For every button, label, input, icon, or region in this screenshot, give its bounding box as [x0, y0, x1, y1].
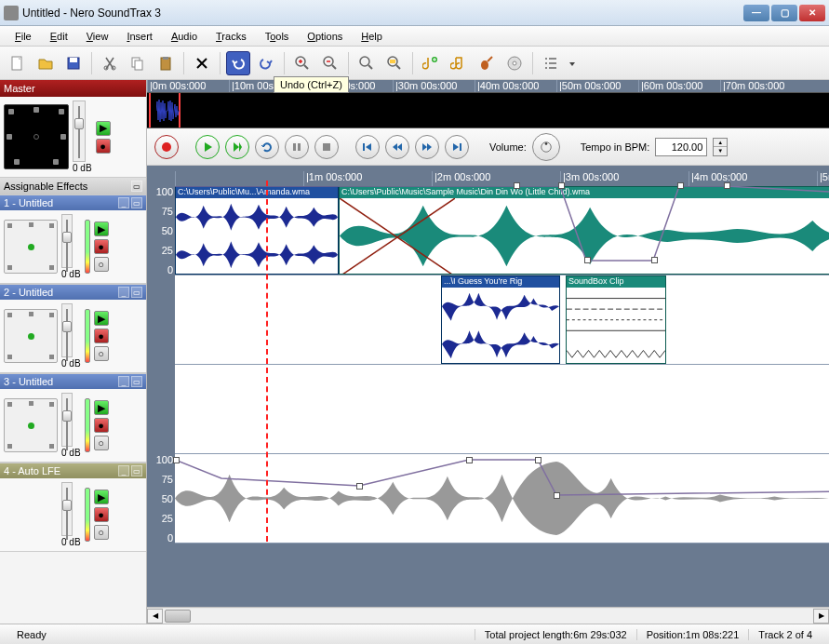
track-mute-button[interactable]: ●: [94, 507, 109, 522]
track-close-button[interactable]: ▭: [131, 465, 142, 476]
music-button[interactable]: [447, 51, 471, 75]
scroll-right-button[interactable]: ▶: [813, 609, 829, 624]
env-point[interactable]: [514, 182, 520, 189]
to-end-button[interactable]: [445, 135, 469, 159]
menu-audio[interactable]: Audio: [164, 29, 205, 44]
env-point[interactable]: [651, 257, 658, 263]
track-fader[interactable]: [61, 303, 73, 357]
playhead[interactable]: [266, 181, 268, 542]
env-point[interactable]: [724, 182, 730, 189]
track-surround[interactable]: [4, 220, 58, 274]
overview[interactable]: [147, 93, 829, 128]
menu-tracks[interactable]: Tracks: [208, 29, 254, 44]
env-point[interactable]: [466, 457, 473, 463]
track-solo-button[interactable]: ○: [94, 257, 109, 272]
track-lane-2[interactable]: ...\I Guess You're Rig SoundBox Clip: [175, 275, 829, 365]
minimize-button[interactable]: —: [743, 5, 769, 21]
overview-selection[interactable]: [149, 93, 181, 127]
menu-options[interactable]: Options: [300, 29, 350, 44]
clip-amanda[interactable]: C:\Users\Public\Mu...\Amanda.wma: [175, 186, 339, 275]
track-fader[interactable]: [61, 214, 73, 268]
track-lane-3[interactable]: [175, 365, 829, 454]
menu-tools[interactable]: Tools: [258, 29, 297, 44]
track-min-button[interactable]: _: [118, 287, 129, 298]
master-rec-button[interactable]: ●: [96, 139, 111, 154]
overview-ruler[interactable]: |0m 00s:000|10m 00s:000|20m 00s:000|30m …: [147, 80, 829, 93]
menu-file[interactable]: File: [7, 29, 39, 44]
env-point[interactable]: [558, 182, 565, 189]
tempo-spinner[interactable]: ▲▼: [713, 138, 728, 156]
clip-iguess[interactable]: ...\I Guess You're Rig: [441, 275, 560, 364]
track-close-button[interactable]: ▭: [131, 197, 142, 208]
track-strip-header[interactable]: 4 - Auto LFE_▭: [0, 463, 146, 478]
env-point[interactable]: [554, 492, 560, 499]
paste-button[interactable]: [154, 51, 178, 75]
cut-button[interactable]: [98, 51, 122, 75]
track-fader[interactable]: [61, 393, 73, 447]
env-point[interactable]: [677, 182, 684, 189]
to-start-button[interactable]: [355, 135, 380, 159]
zoom-button[interactable]: [354, 51, 379, 75]
volume-knob[interactable]: [532, 133, 560, 161]
menu-view[interactable]: View: [79, 29, 116, 44]
scroll-thumb[interactable]: [165, 610, 191, 623]
track-close-button[interactable]: ▭: [131, 376, 142, 387]
play-loop-button[interactable]: [225, 135, 249, 159]
undo-button[interactable]: [226, 51, 250, 75]
list-dropdown-button[interactable]: [567, 51, 578, 75]
horizontal-scrollbar[interactable]: ◀ ▶: [147, 607, 829, 624]
guitar-button[interactable]: [475, 51, 499, 75]
env-point[interactable]: [584, 257, 591, 263]
menu-edit[interactable]: Edit: [43, 29, 75, 44]
track-ruler[interactable]: |1m 00s:000|2m 00s:000|3m 00s:000|4m 00s…: [175, 171, 829, 186]
track-min-button[interactable]: _: [118, 376, 129, 387]
redo-button[interactable]: [254, 51, 278, 75]
forward-button[interactable]: [415, 135, 439, 159]
track-play-button[interactable]: ▶: [94, 490, 109, 504]
env-point[interactable]: [173, 457, 180, 463]
track-surround[interactable]: [4, 309, 58, 363]
track-lane-4[interactable]: [175, 454, 829, 543]
play-button[interactable]: [195, 135, 220, 159]
close-button[interactable]: ✕: [799, 5, 825, 21]
track-surround[interactable]: [4, 398, 58, 452]
track-min-button[interactable]: _: [118, 197, 129, 208]
track-strip-header[interactable]: 3 - Untitled_▭: [0, 374, 146, 389]
rewind-button[interactable]: [385, 135, 409, 159]
new-button[interactable]: [6, 51, 30, 75]
track-strip-header[interactable]: 2 - Untitled_▭: [0, 285, 146, 300]
save-button[interactable]: [61, 51, 86, 75]
loop-button[interactable]: [255, 135, 279, 159]
add-track-button[interactable]: [419, 51, 443, 75]
track-mute-button[interactable]: ●: [94, 418, 109, 433]
master-surround[interactable]: [4, 104, 69, 169]
master-fader[interactable]: [73, 101, 86, 162]
track-mute-button[interactable]: ●: [94, 239, 109, 254]
track-close-button[interactable]: ▭: [131, 287, 142, 298]
list-button[interactable]: [539, 51, 563, 75]
fx-collapse-button[interactable]: ▭: [131, 181, 142, 192]
open-button[interactable]: [33, 51, 58, 75]
menu-insert[interactable]: Insert: [119, 29, 160, 44]
env-point[interactable]: [535, 457, 542, 463]
track-strip-header[interactable]: 1 - Untitled_▭: [0, 195, 146, 210]
record-button[interactable]: [154, 135, 179, 159]
track-play-button[interactable]: ▶: [94, 311, 109, 326]
track-solo-button[interactable]: ○: [94, 436, 109, 450]
cd-button[interactable]: [502, 51, 527, 75]
zoom-in-button[interactable]: [290, 51, 314, 75]
tempo-input[interactable]: [655, 138, 707, 156]
env-point[interactable]: [356, 483, 363, 490]
maximize-button[interactable]: ▢: [771, 5, 797, 21]
stop-button[interactable]: [314, 135, 339, 159]
track-mute-button[interactable]: ●: [94, 329, 109, 343]
track-lane-1[interactable]: C:\Users\Public\Mu...\Amanda.wma C:\User…: [175, 186, 829, 275]
track-play-button[interactable]: ▶: [94, 221, 109, 236]
zoom-out-button[interactable]: [318, 51, 342, 75]
menu-help[interactable]: Help: [354, 29, 390, 44]
track-solo-button[interactable]: ○: [94, 525, 109, 540]
zoom-selection-button[interactable]: [382, 51, 407, 75]
track-min-button[interactable]: _: [118, 465, 129, 476]
pause-button[interactable]: [285, 135, 309, 159]
track-solo-button[interactable]: ○: [94, 346, 109, 361]
